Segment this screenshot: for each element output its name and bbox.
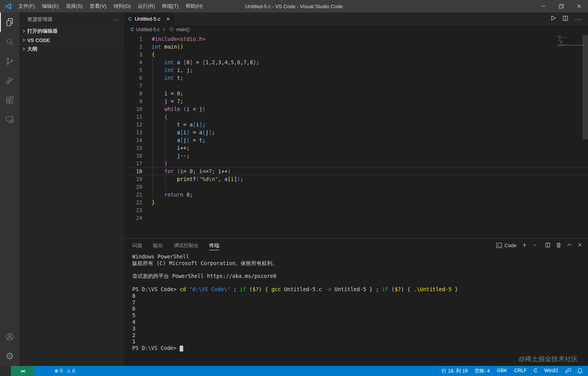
panel-tab-0[interactable]: 问题: [132, 239, 142, 252]
code-line-5[interactable]: 5 int i, j;: [124, 66, 588, 74]
settings-gear-icon[interactable]: ⚙: [0, 346, 19, 366]
warning-count: 0: [72, 368, 75, 374]
restore-button[interactable]: [552, 0, 570, 12]
code-line-2[interactable]: 2int main(): [124, 43, 588, 51]
terminal-line-1: 版权所有 (C) Microsoft Corporation。保留所有权利。: [132, 260, 588, 267]
code-line-3[interactable]: 3{: [124, 51, 588, 58]
run-button[interactable]: [550, 15, 556, 23]
more-actions-icon[interactable]: ···: [575, 16, 582, 22]
menu-item-5[interactable]: 运行(R): [134, 3, 158, 9]
sidebar-more-actions-icon[interactable]: ···: [112, 16, 119, 23]
code-line-20[interactable]: 20: [124, 183, 588, 191]
menu-item-7[interactable]: 帮助(H): [182, 3, 206, 9]
code-line-22[interactable]: 22}: [124, 199, 588, 206]
terminal-line-5: PS D:\VS Code> cd "d:\VS Code\" ; if ($?…: [132, 286, 588, 293]
code-line-9[interactable]: 9 j = 7;: [124, 97, 588, 105]
minimap[interactable]: [558, 36, 582, 48]
code-line-6[interactable]: 6 int t;: [124, 74, 588, 82]
line-number: 4: [124, 58, 142, 66]
accounts-icon[interactable]: [0, 327, 19, 346]
close-window-button[interactable]: [570, 0, 588, 12]
code-line-17[interactable]: 17 }: [124, 160, 588, 167]
menu-item-6[interactable]: 终端(T): [158, 3, 182, 9]
c-file-icon: C: [131, 27, 134, 32]
terminal-shell-selector[interactable]: Code: [496, 242, 516, 249]
status-item-4[interactable]: C: [530, 368, 541, 374]
status-item-2[interactable]: GBK: [493, 368, 510, 374]
code-line-14[interactable]: 14 a[j] = t;: [124, 136, 588, 144]
problems-status[interactable]: ⊗ 0 ⚠ 0: [54, 368, 75, 374]
line-number: 2: [124, 43, 142, 51]
indent-guide: [152, 144, 153, 152]
status-item-3[interactable]: CRLF: [511, 368, 530, 374]
sidebar-section-label: 打开的编辑器: [27, 28, 58, 35]
workbench-body: ⚙ 资源管理器 ··· 打开的编辑器VS CODE大纲 C Untitled-5…: [0, 12, 588, 366]
explorer-icon[interactable]: [0, 12, 19, 32]
sidebar-section-1[interactable]: VS CODE: [19, 35, 124, 44]
close-panel-icon[interactable]: [577, 242, 583, 249]
feedback-icon[interactable]: [562, 368, 574, 374]
status-item-5[interactable]: Win32: [541, 368, 562, 374]
sidebar-section-0[interactable]: 打开的编辑器: [19, 26, 124, 35]
status-item-1[interactable]: 空格: 4: [471, 368, 494, 374]
code-line-4[interactable]: 4 int a [8] = {1,2,3,4,5,6,7,8};: [124, 58, 588, 66]
code-line-11[interactable]: 11 {: [124, 113, 588, 121]
breadcrumb-file[interactable]: Untitled-5.c: [136, 27, 160, 32]
menu-item-0[interactable]: 文件(F): [15, 3, 38, 9]
line-number: 16: [124, 152, 142, 160]
panel-tabs: 问题输出调试控制台终端: [132, 239, 230, 252]
line-number: 18: [124, 167, 142, 175]
panel-tab-2[interactable]: 调试控制台: [173, 239, 199, 252]
remote-indicator[interactable]: ><: [11, 366, 34, 376]
remote-explorer-icon[interactable]: [0, 110, 19, 129]
line-text: for (i= 0; i<=7; i++): [152, 167, 231, 175]
panel-tab-3[interactable]: 终端: [209, 239, 219, 252]
status-items: 行 18, 列 19空格: 4GBKCRLFCWin32: [438, 368, 562, 374]
terminal-shell-label: Code: [504, 242, 516, 248]
code-line-23[interactable]: 23: [124, 206, 588, 214]
code-line-18[interactable]: 18 for (i= 0; i<=7; i++): [124, 167, 588, 175]
menu-item-2[interactable]: 选择(S): [62, 3, 86, 9]
minimize-button[interactable]: [534, 0, 552, 12]
window-controls: [534, 0, 588, 12]
editor-scrollbar[interactable]: [583, 35, 588, 139]
code-line-21[interactable]: 21 return 0;: [124, 191, 588, 199]
breadcrumb-symbol[interactable]: main(): [176, 27, 189, 32]
code-line-16[interactable]: 16 j--;: [124, 152, 588, 160]
tab-close-icon[interactable]: ✕: [166, 16, 170, 22]
code-line-8[interactable]: 8 i = 0;: [124, 90, 588, 97]
titlebar: 文件(F)编辑(E)选择(S)查看(V)转到(G)运行(R)终端(T)帮助(H)…: [0, 0, 588, 12]
code-line-19[interactable]: 19 printf("%d\n", a[i]);: [124, 175, 588, 183]
code-line-13[interactable]: 13 a[i] = a[j];: [124, 128, 588, 136]
sidebar-section-2[interactable]: 大纲: [19, 44, 124, 53]
terminal-dropdown-icon[interactable]: [532, 242, 537, 249]
search-icon[interactable]: [0, 32, 19, 51]
code-editor[interactable]: 1#include<stdio.h>2int main()3{4 int a […: [124, 34, 588, 238]
tab-untitled-5[interactable]: C Untitled-5.c ✕: [124, 12, 174, 25]
editor-actions: ···: [550, 12, 588, 25]
run-and-debug-icon[interactable]: [0, 71, 19, 90]
new-terminal-button[interactable]: [522, 242, 527, 249]
menu-item-3[interactable]: 查看(V): [86, 3, 110, 9]
code-line-24[interactable]: 24: [124, 214, 588, 222]
split-terminal-button[interactable]: [545, 242, 551, 249]
line-text: int i, j;: [152, 66, 193, 74]
code-line-10[interactable]: 10 while (i < j): [124, 105, 588, 113]
extensions-icon[interactable]: [0, 90, 19, 110]
code-line-15[interactable]: 15 i++;: [124, 144, 588, 152]
menu-item-4[interactable]: 转到(G): [110, 3, 135, 9]
code-line-1[interactable]: 1#include<stdio.h>: [124, 35, 588, 43]
code-line-7[interactable]: 7: [124, 82, 588, 90]
menu-item-1[interactable]: 编辑(E): [38, 3, 62, 9]
kill-terminal-trash-icon[interactable]: [556, 242, 562, 249]
notifications-bell-icon[interactable]: [574, 368, 586, 374]
maximize-panel-icon[interactable]: [567, 242, 572, 249]
vscode-window: 文件(F)编辑(E)选择(S)查看(V)转到(G)运行(R)终端(T)帮助(H)…: [0, 0, 588, 376]
status-item-0[interactable]: 行 18, 列 19: [438, 368, 471, 374]
activity-bar: ⚙: [0, 12, 19, 366]
split-editor-button[interactable]: [562, 15, 569, 23]
source-control-icon[interactable]: [0, 51, 19, 71]
code-line-12[interactable]: 12 t = a[i];: [124, 121, 588, 128]
terminal-output[interactable]: Windows PowerShell版权所有 (C) Microsoft Cor…: [124, 252, 588, 351]
panel-tab-1[interactable]: 输出: [153, 239, 163, 252]
